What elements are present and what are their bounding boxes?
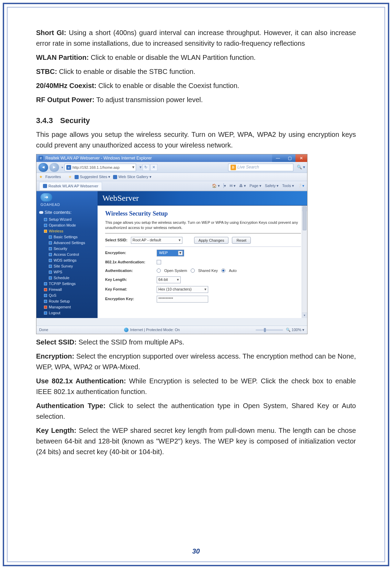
ssid-select[interactable]: Root AP - default▾ <box>131 237 182 244</box>
auth-radio-open[interactable] <box>157 269 161 273</box>
sidebar-item-firewall[interactable]: Firewall <box>36 287 98 293</box>
ie-nav-bar: ◄ ► e ▾ ▾ ↻ ✕ b Live Search 🔍 ▾ <box>36 162 307 173</box>
sidebar-item-site-survey[interactable]: Site Survey <box>36 263 98 269</box>
para-auth-type: Authentication Type: Click to select the… <box>36 401 356 422</box>
para-coexist: 20/40MHz Coexist: Click to enable or dis… <box>36 80 356 91</box>
key-length-label: Key Length: <box>105 277 153 283</box>
favorites-star-icon[interactable]: ★ <box>39 174 43 180</box>
sidebar-item-label: Basic Settings <box>54 234 78 240</box>
sidebar-item-security[interactable]: Security <box>36 246 98 252</box>
authentication-label: Authentication: <box>105 268 153 274</box>
fav-link-suggested[interactable]: Suggested Sites ▾ <box>75 174 110 180</box>
safety-menu[interactable]: Safety ▾ <box>265 183 279 189</box>
ie-status-bar: Done Internet | Protected Mode: On 🔍 100… <box>36 326 307 334</box>
encryption-select[interactable]: WEP▾ <box>157 250 184 256</box>
auth-radio-auto[interactable] <box>221 269 225 273</box>
key-length-select[interactable]: 64-bit▾ <box>157 276 181 283</box>
para-wlan-partition: WLAN Partition: Click to enable or disab… <box>36 52 356 63</box>
sidebar-item-setup-wizard[interactable]: Setup Wizard <box>36 217 98 222</box>
link-icon <box>75 175 79 179</box>
sidebar-item-schedule[interactable]: Schedule <box>36 275 98 281</box>
fav-link-webslice[interactable]: Web Slice Gallery ▾ <box>113 174 151 180</box>
encryption-key-input[interactable]: ********** <box>157 296 208 303</box>
minimize-button[interactable]: — <box>272 154 284 162</box>
sidebar-item-label: QoS <box>49 293 56 298</box>
tab-label: Realtek WLAN AP Webserver <box>48 183 98 189</box>
sidebar-item-route-setup[interactable]: Route Setup <box>36 298 98 304</box>
sidebar-item-access-control[interactable]: Access Control <box>36 252 98 258</box>
help-icon[interactable]: ❔▾ <box>298 183 304 189</box>
address-dropdown-icon[interactable]: ▾ <box>132 164 134 171</box>
sidebar-item-basic-settings[interactable]: Basic Settings <box>36 234 98 240</box>
sidebar-item-label: Access Control <box>54 252 79 257</box>
apply-changes-button[interactable]: Apply Changes <box>194 237 229 244</box>
sidebar-item-label: Logout <box>49 310 60 316</box>
sidebar-item-qos[interactable]: QoS <box>36 293 98 298</box>
address-bar[interactable]: e ▾ <box>65 164 136 171</box>
stop-button[interactable]: ✕ <box>150 164 157 171</box>
reset-button[interactable]: Reset <box>232 237 251 244</box>
browser-tab[interactable]: Realtek WLAN AP Webserver <box>39 182 102 190</box>
nav-history-dropdown[interactable] <box>60 164 63 171</box>
cloud-icon <box>39 211 43 214</box>
sidebar-item-label: Firewall <box>49 287 62 292</box>
folder-icon <box>44 230 47 233</box>
refresh-button[interactable]: ↻ <box>143 164 149 171</box>
page-menu[interactable]: Page ▾ <box>249 183 261 189</box>
section-heading: 3.4.3Security <box>36 115 356 127</box>
folder-icon <box>44 294 47 297</box>
maximize-button[interactable]: ▢ <box>284 154 295 162</box>
sidebar-item-advanced-settings[interactable]: Advanced Settings <box>36 240 98 246</box>
folder-icon <box>49 241 52 244</box>
sidebar-item-wps[interactable]: WPS <box>36 269 98 275</box>
sidebar-item-management[interactable]: Management <box>36 304 98 310</box>
8021x-checkbox[interactable] <box>157 260 161 264</box>
sidebar-item-operation-mode[interactable]: Operation Mode <box>36 222 98 228</box>
print-icon[interactable]: 🖶 ▾ <box>239 183 246 189</box>
8021x-label: 802.1x Authentication: <box>105 259 153 265</box>
folder-icon <box>44 288 47 291</box>
search-box[interactable]: b Live Search <box>228 164 293 171</box>
status-left: Done <box>39 327 48 333</box>
sidebar-item-logout[interactable]: Logout <box>36 310 98 316</box>
search-icon[interactable]: 🔍 ▾ <box>297 164 305 171</box>
sidebar-item-tcp-ip-settings[interactable]: TCP/IP Settings <box>36 281 98 287</box>
forward-button[interactable]: ► <box>49 163 59 172</box>
back-button[interactable]: ◄ <box>38 163 48 172</box>
scroll-thumb[interactable] <box>303 206 306 230</box>
sidebar-item-label: Route Setup <box>49 299 70 304</box>
sidebar-title: Site contents: <box>36 208 98 217</box>
key-format-select[interactable]: Hex (10 characters)▾ <box>157 286 208 293</box>
tools-menu[interactable]: Tools ▾ <box>282 183 294 189</box>
vertical-scrollbar[interactable]: ▴ ▾ <box>302 206 307 318</box>
close-button[interactable]: ✕ <box>295 154 307 162</box>
sidebar-item-wds-settings[interactable]: WDS settings <box>36 258 98 263</box>
pane-title: Wireless Security Setup <box>105 209 301 219</box>
feeds-icon[interactable]: ▾ <box>223 183 226 189</box>
sidebar-item-label: WPS <box>54 270 62 275</box>
para-stbc: STBC: Click to enable or disable the STB… <box>36 66 356 77</box>
auth-radio-shared[interactable] <box>191 269 195 273</box>
sidebar-item-wireless[interactable]: Wireless <box>36 228 98 234</box>
home-icon[interactable]: 🏠 ▾ <box>212 183 220 189</box>
zoom-level[interactable]: 🔍 100% ▾ <box>286 327 304 333</box>
auth-option-shared: Shared Key <box>198 268 218 274</box>
key-format-label: Key Format: <box>105 286 153 292</box>
sidebar-item-label: Advanced Settings <box>54 240 85 245</box>
zoom-slider[interactable] <box>256 329 283 331</box>
scroll-down-icon[interactable]: ▾ <box>302 313 307 318</box>
read-mail-icon[interactable]: ✉ ▾ <box>229 183 236 189</box>
webserver-banner: WebServer <box>98 191 307 206</box>
folder-icon <box>44 224 47 227</box>
folder-icon <box>49 259 52 262</box>
url-input[interactable] <box>72 165 131 169</box>
ie-tab-bar: Realtek WLAN AP Webserver 🏠 ▾ ▾ ✉ ▾ 🖶 ▾ … <box>36 181 307 191</box>
sidebar-item-label: Operation Mode <box>49 223 76 228</box>
status-zone: Internet | Protected Mode: On <box>130 327 180 333</box>
sidebar-item-label: Wireless <box>49 229 63 234</box>
pane-description: This page allows you setup the wireless … <box>105 220 301 233</box>
auth-option-auto: Auto <box>229 268 237 274</box>
compat-view-icon[interactable]: ▾ <box>139 164 142 171</box>
add-fav-icon[interactable]: ★ <box>68 174 72 180</box>
favorites-label: Favorites <box>45 174 61 180</box>
